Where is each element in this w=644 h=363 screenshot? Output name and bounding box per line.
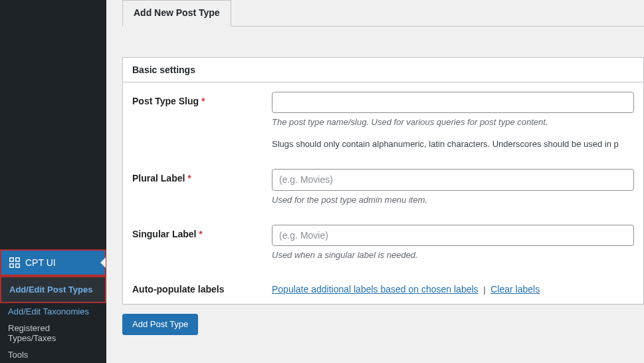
link-separator: | xyxy=(481,285,488,295)
help-plural: Used for the post type admin menu item. xyxy=(272,195,634,205)
svg-rect-2 xyxy=(10,264,13,267)
required-asterisk: * xyxy=(201,96,205,106)
field-singular: Used when a singular label is needed. xyxy=(272,225,634,260)
help-singular: Used when a singular label is needed. xyxy=(272,250,634,260)
field-post-type-slug: The post type name/slug. Used for variou… xyxy=(272,92,634,149)
svg-rect-0 xyxy=(10,258,13,261)
plural-label-input[interactable] xyxy=(272,169,634,190)
submenu-item-add-edit-taxonomies[interactable]: Add/Edit Taxonomies xyxy=(0,303,106,320)
label-auto-populate: Auto-populate labels xyxy=(132,280,272,295)
row-post-type-slug: Post Type Slug * The post type name/slug… xyxy=(132,92,634,149)
add-post-type-button[interactable]: Add Post Type xyxy=(122,314,198,335)
submenu-item-add-edit-post-types[interactable]: Add/Edit Post Types xyxy=(1,281,105,298)
basic-settings-panel: Basic settings Post Type Slug * The post… xyxy=(122,57,644,304)
row-plural-label: Plural Label * Used for the post type ad… xyxy=(132,169,634,204)
help-post-type-slug-2: Slugs should only contain alphanumeric, … xyxy=(272,139,634,149)
singular-label-input[interactable] xyxy=(272,225,634,246)
required-asterisk: * xyxy=(199,229,202,239)
panel-body: Post Type Slug * The post type name/slug… xyxy=(123,82,643,304)
label-plural: Plural Label * xyxy=(132,169,272,183)
panel-heading: Basic settings xyxy=(123,58,643,82)
link-populate-labels[interactable]: Populate additional labels based on chos… xyxy=(272,284,479,295)
admin-sidebar: CPT UI Add/Edit Post Types Add/Edit Taxo… xyxy=(0,0,106,363)
main-content: Add New Post Type Basic settings Post Ty… xyxy=(106,0,644,363)
field-plural: Used for the post type admin menu item. xyxy=(272,169,634,204)
svg-rect-3 xyxy=(16,264,19,267)
required-asterisk: * xyxy=(187,173,191,183)
help-post-type-slug: The post type name/slug. Used for variou… xyxy=(272,117,634,127)
tab-bar: Add New Post Type xyxy=(122,0,644,27)
sidebar-item-cpt-ui[interactable]: CPT UI xyxy=(0,249,106,276)
label-singular: Singular Label * xyxy=(132,225,272,239)
field-auto-populate: Populate additional labels based on chos… xyxy=(272,280,634,295)
cpt-ui-icon xyxy=(8,256,21,269)
sidebar-spacer xyxy=(0,0,106,249)
sidebar-item-label: CPT UI xyxy=(25,257,56,268)
submenu-item-registered-types-taxes[interactable]: Registered Types/Taxes xyxy=(0,320,106,346)
current-indicator-arrow xyxy=(100,257,106,268)
tab-add-new-post-type[interactable]: Add New Post Type xyxy=(122,0,231,27)
sidebar-submenu-remaining: Add/Edit Taxonomies Registered Types/Tax… xyxy=(0,303,106,363)
label-text: Singular Label xyxy=(132,229,196,239)
row-auto-populate: Auto-populate labels Populate additional… xyxy=(132,280,634,295)
label-post-type-slug: Post Type Slug * xyxy=(132,92,272,106)
submenu-item-tools[interactable]: Tools xyxy=(0,346,106,363)
svg-rect-1 xyxy=(16,258,19,261)
link-clear-labels[interactable]: Clear labels xyxy=(490,284,540,295)
label-text: Plural Label xyxy=(132,173,185,183)
row-singular-label: Singular Label * Used when a singular la… xyxy=(132,225,634,260)
sidebar-submenu: Add/Edit Post Types xyxy=(0,276,106,303)
label-text: Post Type Slug xyxy=(132,96,199,106)
post-type-slug-input[interactable] xyxy=(272,92,634,113)
